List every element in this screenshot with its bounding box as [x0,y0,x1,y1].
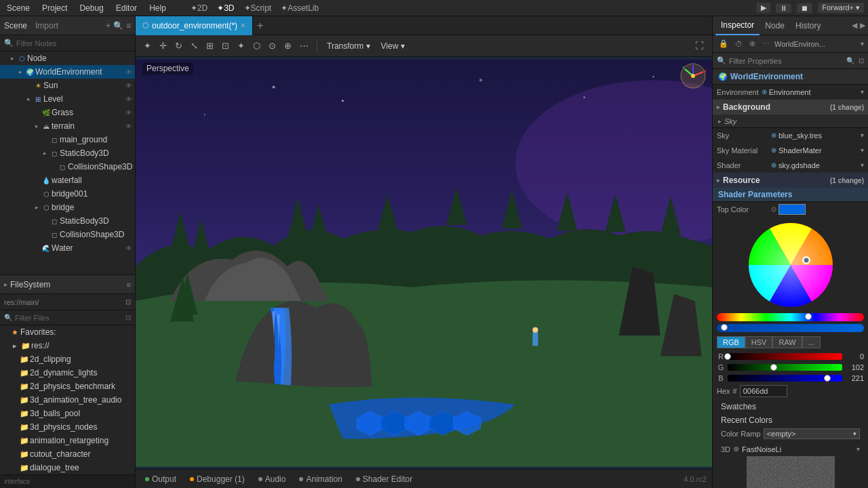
fs-3d-balls-pool[interactable]: 📁 3d_balls_pool [0,407,135,420]
output-tab[interactable]: Output [141,473,180,485]
play-button[interactable]: ▶ [757,3,770,13]
top-color-value[interactable]: ⊙ [771,204,864,215]
tree-collision-shape[interactable]: ◻ CollisionShape3D [0,160,135,174]
fs-3d-physics-nodes[interactable]: 📁 3d_physics_nodes [0,420,135,434]
menu-project[interactable]: Project [39,3,70,13]
r-slider[interactable] [728,353,842,360]
tree-water[interactable]: 🌊 Water 👁 [0,241,135,255]
add-node-button[interactable]: + [106,21,111,30]
vt-extra3-btn[interactable]: ✦ [235,39,248,52]
fs-2d-physics-benchmark[interactable]: 📁 2d_physics_benchmark [0,380,135,393]
audio-tab[interactable]: Audio [254,473,290,485]
tree-bridge[interactable]: ▸ ⬡ bridge [0,201,135,214]
tree-grass[interactable]: 🌿 Grass 👁 [0,106,135,119]
scene-menu-button[interactable]: ≡ [126,21,131,30]
env-dropdown-btn[interactable]: ▾ [861,88,864,96]
rgb-tab[interactable]: RGB [717,336,745,348]
vt-extra5-btn[interactable]: ⊙ [266,39,279,52]
vt-scale-btn[interactable]: ⤡ [188,39,201,52]
transform-dropdown[interactable]: Transform ▾ [323,40,374,52]
filesystem-menu-btn[interactable]: ≡ [127,281,131,289]
hsv-tab[interactable]: HSV [745,336,773,348]
inspector-history-btn[interactable]: ⏱ [733,39,745,49]
tree-node-root[interactable]: ▸ ⬡ Node [0,52,135,65]
inspector-nav-next[interactable]: ▶ [860,21,865,30]
tree-collision-shape2[interactable]: ◻ CollisionShape3D [0,228,135,241]
debugger-tab[interactable]: Debugger (1) [186,473,249,485]
shader-dropdown[interactable]: ▾ [861,161,864,169]
vt-select-btn[interactable]: ✦ [141,39,154,52]
vt-extra6-btn[interactable]: ⊕ [281,39,294,52]
resource-section[interactable]: ▸ Resource (1 change) [713,173,868,188]
vt-extra2-btn[interactable]: ⊡ [219,39,232,52]
viewport-3d[interactable]: Perspective X Y Z [136,57,712,469]
shader-editor-tab[interactable]: Shader Editor [352,473,416,485]
b-slider[interactable] [728,375,842,382]
fs-2d-clipping[interactable]: 📁 2d_clipping [0,352,135,366]
history-tab[interactable]: History [790,16,826,35]
vt-rotate-btn[interactable]: ↻ [172,39,185,52]
raw-tab[interactable]: RAW [772,336,802,348]
import-button[interactable]: Import [35,21,58,30]
fs-3d-animation[interactable]: 📁 3d_animation_tree_audio [0,393,135,407]
sky-material-dropdown[interactable]: ▾ [861,146,864,154]
menu-debug[interactable]: Debug [77,3,106,13]
inspector-more-btn[interactable]: ⋯ [760,39,772,49]
view-dropdown[interactable]: View ▾ [377,40,409,52]
inspector-tab[interactable]: Inspector [715,16,760,35]
menu-scene[interactable]: Scene [4,3,33,13]
mode-assetlib[interactable]: ✦AssetLib [281,3,319,13]
vt-extra4-btn[interactable]: ⬡ [250,39,263,52]
fs-2d-dynamic-lights[interactable]: 📁 2d_dynamic_lights [0,366,135,380]
viewport-gizmo[interactable]: X Y Z [679,62,707,89]
mode-3d[interactable]: ✦3D [217,3,234,13]
fs-dialogue-tree[interactable]: 📁 dialogue_tree [0,461,135,474]
recent-colors-toggle[interactable]: Recent Colors [717,413,864,427]
color-wheel-svg[interactable] [747,221,835,309]
g-slider[interactable] [728,364,842,371]
tree-level[interactable]: ▸ ⊞ Level 👁 [0,92,135,106]
hex-input[interactable] [740,385,787,397]
fs-options-btn[interactable]: ⊡ [125,314,131,321]
more-tab[interactable]: ... [802,336,821,348]
tree-static-body[interactable]: ▸ ◻ StaticBody3D [0,146,135,160]
tab-close-btn[interactable]: ✕ [240,22,245,29]
favorites-item[interactable]: ★ Favorites: [0,325,135,339]
top-color-preview[interactable] [778,204,806,215]
pause-button[interactable]: ⏸ [776,3,791,13]
tree-terrain[interactable]: ▸ ⛰ terrain 👁 [0,119,135,133]
vt-extra7-btn[interactable]: ⋯ [297,39,311,52]
mode-script[interactable]: ✦Script [244,3,272,13]
menu-help[interactable]: Help [146,3,169,13]
inspector-lock-btn[interactable]: 🔒 [717,39,730,49]
filter-properties-options-btn[interactable]: ⊡ [859,57,864,64]
vt-extra1-btn[interactable]: ⊞ [203,39,216,52]
filter-nodes-button[interactable]: 🔍 [113,21,123,30]
filter-properties-search-btn[interactable]: 🔍 [846,57,854,64]
fs-collapse-btn[interactable]: ⊡ [125,298,131,306]
node-tab[interactable]: Node [760,16,790,35]
scene-panel-title[interactable]: Scene [4,21,27,30]
background-section[interactable]: ▸ Background (1 change) [713,100,868,115]
tab-add-btn[interactable]: + [253,20,267,32]
hue-slider[interactable] [717,313,864,321]
inspector-dropdown-btn[interactable]: ▾ [861,40,864,47]
tree-static-body2[interactable]: ◻ StaticBody3D [0,214,135,228]
animation-tab[interactable]: Animation [295,473,346,485]
swatches-toggle[interactable]: Swatches [717,400,864,413]
sky-dropdown-btn[interactable]: ▾ [861,131,864,139]
res-root-item[interactable]: ▸ 📁 res:// [0,339,135,352]
stop-button[interactable]: ⏹ [797,3,812,13]
inspector-copy-btn[interactable]: ⊕ [747,39,757,49]
vt-fullscreen-btn[interactable]: ⛶ [692,39,707,52]
tree-bridge001[interactable]: ⬡ bridge001 [0,187,135,201]
fs-animation-retargeting[interactable]: 📁 animation_retargeting [0,434,135,447]
noise-dropdown[interactable]: ▾ [856,445,860,453]
viewport-tab-outdoor[interactable]: ⬡ outdoor_environment(*) ✕ [136,16,253,35]
mode-2d[interactable]: ✦2D [191,3,208,13]
alpha-slider[interactable] [717,324,864,332]
tree-world-environment[interactable]: ▸ 🌍 WorldEnvironment 👁 [0,65,135,79]
tree-waterfall[interactable]: 💧 waterfall [0,174,135,187]
fs-cutout-character[interactable]: 📁 cutout_character [0,447,135,461]
tree-main-ground[interactable]: ◻ main_ground [0,133,135,146]
